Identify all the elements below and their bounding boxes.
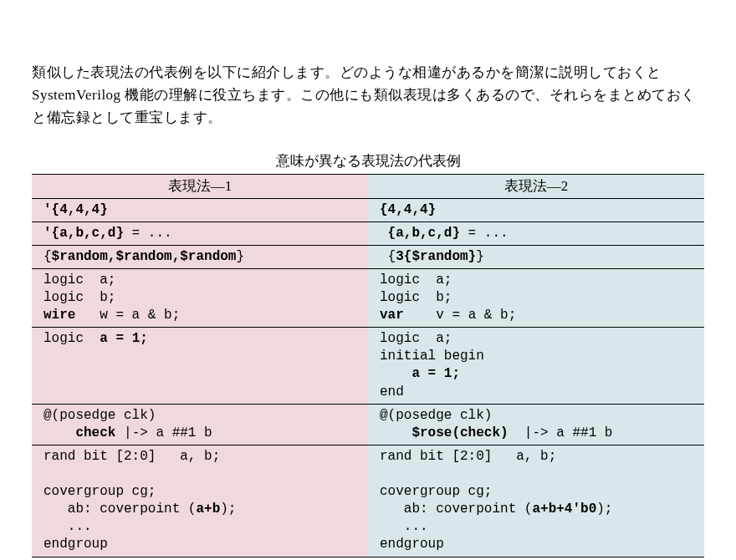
code-segment: logic a; logic b;: [380, 272, 452, 305]
table-cell: '{4,4,4}: [32, 198, 368, 221]
code-segment: $random,$random,$random: [52, 249, 237, 264]
intro-paragraph: 類似した表現法の代表例を以下に紹介します。どのような相違があるかを簡潔に説明して…: [32, 61, 704, 130]
table-row: rand bit [2:0] a, b; covergroup cg; ab: …: [32, 445, 704, 557]
table-cell: {$random,$random,$random}: [32, 245, 368, 268]
table-cell: rand bit [2:0] a, b; covergroup cg; ab: …: [32, 445, 368, 557]
table-cell: {4,4,4}: [368, 198, 704, 221]
expression-comparison-table: 表現法―1 表現法―2 '{4,4,4}{4,4,4}'{a,b,c,d} = …: [32, 174, 704, 557]
code-segment: {: [380, 249, 396, 264]
code-segment: logic a; logic b;: [43, 272, 115, 305]
code-segment: rand bit [2:0] a, b; covergroup cg; ab: …: [380, 449, 556, 517]
table-cell: {a,b,c,d} = ...: [368, 221, 704, 245]
code-segment: w = a & b;: [75, 308, 180, 323]
table-caption: 意味が異なる表現法の代表例: [32, 151, 704, 171]
code-segment: a+b: [196, 501, 220, 517]
code-segment: {4,4,4}: [380, 202, 436, 217]
table-cell: logic a = 1;: [32, 328, 368, 404]
code-segment: |-> a ##1 b: [115, 425, 212, 440]
table-cell: rand bit [2:0] a, b; covergroup cg; ab: …: [368, 445, 704, 557]
code-segment: }: [476, 249, 484, 264]
table-row: {$random,$random,$random} {3{$random}}: [32, 245, 704, 268]
table-cell: @(posedge clk) $rose(check) |-> a ##1 b: [368, 404, 704, 445]
code-segment: wire: [43, 308, 75, 323]
table-row: logic a; logic b; wire w = a & b;logic a…: [32, 268, 704, 327]
code-segment: {: [43, 249, 52, 264]
table-cell: @(posedge clk) check |-> a ##1 b: [32, 404, 368, 445]
code-segment: '{a,b,c,d}: [43, 226, 124, 241]
code-segment: = ...: [460, 226, 509, 241]
code-segment: $rose(check): [411, 425, 508, 440]
table-row: @(posedge clk) check |-> a ##1 b@(posedg…: [32, 404, 704, 445]
column-header-2: 表現法―2: [368, 174, 704, 198]
table-row: '{a,b,c,d} = ... {a,b,c,d} = ...: [32, 221, 704, 245]
code-segment: a = 1;: [100, 331, 148, 346]
code-segment: logic: [43, 331, 100, 346]
code-segment: = ...: [124, 226, 172, 241]
table-cell: logic a; initial begin a = 1; end: [368, 328, 704, 404]
code-segment: check: [75, 425, 115, 440]
code-segment: a+b+4'b0: [532, 501, 596, 517]
code-segment: v = a & b;: [404, 308, 516, 323]
code-segment: |-> a ##1 b: [509, 425, 613, 440]
table-row: logic a = 1;logic a; initial begin a = 1…: [32, 328, 704, 404]
code-segment: '{4,4,4}: [43, 202, 108, 217]
table-cell: logic a; logic b; wire w = a & b;: [32, 268, 368, 327]
code-segment: 3{$random}: [396, 249, 476, 264]
table-header-row: 表現法―1 表現法―2: [32, 174, 704, 198]
code-segment: rand bit [2:0] a, b; covergroup cg; ab: …: [43, 449, 220, 517]
table-row: '{4,4,4}{4,4,4}: [32, 198, 704, 221]
code-segment: }: [236, 249, 244, 264]
table-cell: '{a,b,c,d} = ...: [32, 221, 368, 245]
code-segment: {a,b,c,d}: [380, 226, 460, 241]
code-segment: var: [380, 308, 404, 323]
table-cell: logic a; logic b; var v = a & b;: [368, 268, 704, 327]
table-cell: {3{$random}}: [368, 245, 704, 268]
column-header-1: 表現法―1: [32, 174, 368, 198]
code-segment: end: [380, 384, 404, 400]
code-segment: a = 1;: [411, 366, 460, 381]
